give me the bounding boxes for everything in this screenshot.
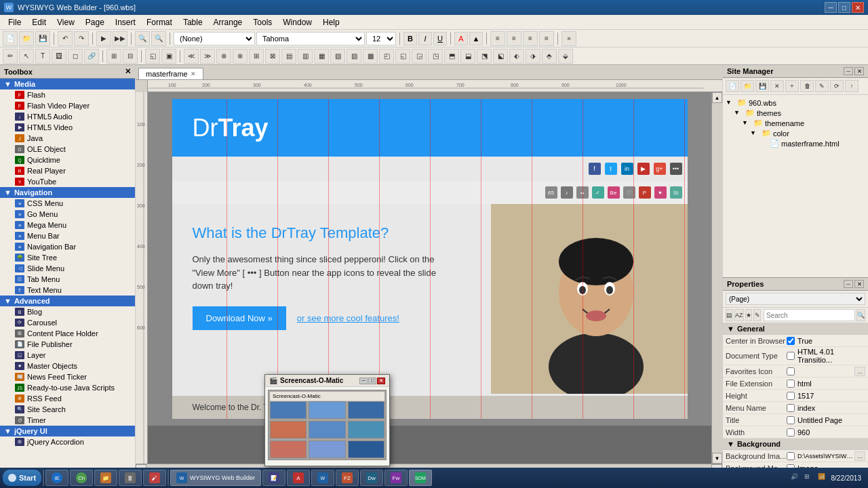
tb2-btn18[interactable]: ⬓ (460, 49, 475, 64)
taskbar-dw[interactable]: Dw (360, 470, 383, 486)
tree-item-root[interactable]: ▼ 📁 960.wbs (723, 98, 868, 108)
tb2-btn21[interactable]: ⬖ (509, 49, 524, 64)
tb2-btn19[interactable]: ⬔ (477, 49, 492, 64)
tb2-btn22[interactable]: ⬗ (526, 49, 540, 64)
tb2-btn3[interactable]: ⊕ (216, 49, 231, 64)
toolbox-item-youtube[interactable]: Y YouTube (0, 176, 135, 187)
align-center-btn[interactable]: ≡ (507, 31, 521, 46)
text-btn[interactable]: T (35, 49, 50, 64)
taskbar-notepad[interactable]: 📝 (262, 470, 285, 486)
zoom-in-btn[interactable]: 🔍 (135, 31, 150, 46)
tb2-btn15[interactable]: ◲ (412, 49, 427, 64)
layer-btn[interactable]: ◱ (145, 49, 160, 64)
link-btn[interactable]: 🔗 (84, 49, 99, 64)
taskbar-wysiwyg[interactable]: W WYSIWYG Web Builder (170, 470, 261, 486)
toolbox-item-file-publisher[interactable]: 📄 File Publisher (0, 339, 135, 350)
toolbox-item-ole[interactable]: O OLE Object (0, 144, 135, 155)
font-size-dropdown[interactable]: 12 (366, 32, 396, 45)
props-tb-btn3[interactable]: ★ (745, 309, 753, 321)
toolbox-item-go-menu[interactable]: ≡ Go Menu (0, 209, 135, 220)
zoom-out-btn[interactable]: 🔍 (151, 31, 166, 46)
download-btn[interactable]: Download Now » (193, 306, 286, 330)
toolbox-item-master-objects[interactable]: ★ Master Objects (0, 361, 135, 371)
sm-btn-new[interactable]: 📄 (726, 80, 739, 92)
screencast-close[interactable]: ✕ (377, 378, 385, 384)
tb2-btn5[interactable]: ⊞ (249, 49, 264, 64)
align-right-btn[interactable]: ≡ (523, 31, 538, 46)
toolbox-item-html5-audio[interactable]: ♪ HTML5 Audio (0, 111, 135, 122)
twitter-icon[interactable]: t (605, 163, 617, 175)
font-dropdown[interactable]: Tahoma (256, 32, 365, 45)
highlight-btn[interactable]: ▲ (469, 32, 483, 45)
tab-close-btn[interactable]: ✕ (191, 70, 196, 77)
canvas-tab-masterframe[interactable]: masterframe ✕ (138, 68, 203, 79)
tb2-btn16[interactable]: ◳ (428, 49, 443, 64)
tb2-btn7[interactable]: ▤ (281, 49, 296, 64)
toolbox-item-realplayer[interactable]: R Real Player (0, 165, 135, 176)
menu-edit[interactable]: Edit (26, 16, 52, 28)
shape-btn[interactable]: ◻ (68, 49, 83, 64)
toolbox-item-jquery-accordion[interactable]: ⊞ jQuery Accordion (0, 436, 135, 447)
site-manager-close[interactable]: ✕ (854, 67, 864, 75)
form-btn[interactable]: ⊟ (123, 49, 138, 64)
window-controls[interactable]: ─ □ ✕ (825, 2, 864, 13)
minimize-button[interactable]: ─ (825, 2, 837, 13)
more-features-link[interactable]: or see more cool features! (297, 313, 399, 323)
tb2-btn10[interactable]: ▧ (330, 49, 345, 64)
props-minimize[interactable]: ─ (844, 280, 853, 288)
props-section-dropdown[interactable]: (Page) (726, 293, 865, 305)
taskbar-wysiwyg2[interactable]: W (311, 470, 334, 486)
width-checkbox[interactable] (787, 428, 795, 436)
props-tb-btn4[interactable]: ✎ (753, 309, 761, 321)
draw-btn[interactable]: ✏ (3, 49, 18, 64)
tb2-btn13[interactable]: ◰ (379, 49, 394, 64)
tb2-btn12[interactable]: ▩ (363, 49, 378, 64)
tb2-btn4[interactable]: ⊗ (233, 49, 248, 64)
menu-window[interactable]: Window (277, 16, 317, 28)
props-general-header[interactable]: ▼ General (723, 323, 868, 335)
sm-btn-add[interactable]: + (785, 80, 799, 92)
sm-btn-delete[interactable]: 🗑 (800, 80, 814, 92)
sm-btn-open[interactable]: 📁 (741, 80, 754, 92)
menu-view[interactable]: View (52, 16, 80, 28)
taskbar-chrome[interactable]: Ch (70, 470, 93, 486)
tb2-btn14[interactable]: ◱ (395, 49, 410, 64)
scroll-down-btn[interactable]: ▼ (712, 453, 722, 464)
align-left-btn[interactable]: ≡ (490, 31, 505, 46)
sm-btn-up[interactable]: ↑ (845, 80, 859, 92)
bg-image-browse-btn[interactable]: ... (854, 451, 865, 461)
tree-item-color[interactable]: ▼ 📁 color (723, 128, 868, 138)
sm-btn-save[interactable]: 💾 (755, 80, 769, 92)
social-icon-3[interactable]: •• (576, 186, 589, 199)
favicon-browse-btn[interactable]: ... (854, 367, 865, 376)
center-browser-checkbox[interactable] (787, 337, 795, 345)
toolbox-item-menu-bar[interactable]: ≡ Menu Bar (0, 230, 135, 241)
social-icon-9[interactable]: St (670, 186, 682, 199)
toolbox-item-content-placeholder[interactable]: ⊞ Content Place Holder (0, 328, 135, 339)
toolbox-item-java[interactable]: J Java (0, 133, 135, 144)
tree-item-themename[interactable]: ▼ 📁 themename (723, 118, 868, 128)
toolbox-item-tab-menu[interactable]: ⊡ Tab Menu (0, 274, 135, 285)
tb2-btn24[interactable]: ⬙ (558, 49, 573, 64)
toolbox-item-layer[interactable]: ◱ Layer (0, 350, 135, 361)
toolbox-item-site-search[interactable]: 🔍 Site Search (0, 404, 135, 415)
table-btn[interactable]: ⊞ (106, 49, 121, 64)
tb2-btn17[interactable]: ⬒ (444, 49, 459, 64)
new-btn[interactable]: 📄 (3, 31, 18, 46)
frame-btn[interactable]: ▣ (161, 49, 176, 64)
style-dropdown[interactable]: (None) (174, 32, 255, 45)
menu-page[interactable]: Page (80, 16, 110, 28)
undo-btn[interactable]: ↶ (58, 31, 73, 46)
social-icon-7[interactable]: P (639, 186, 651, 199)
preview-btn[interactable]: ▶ (96, 31, 111, 46)
preview2-btn[interactable]: ▶▶ (113, 31, 127, 46)
menu-name-checkbox[interactable] (787, 404, 795, 412)
tb2-btn2[interactable]: ≫ (200, 49, 215, 64)
toolbox-section-media[interactable]: ▼ Media (0, 79, 135, 89)
props-tb-btn2[interactable]: AZ (734, 309, 744, 321)
toolbox-section-navigation[interactable]: ▼ Navigation (0, 187, 135, 198)
tree-item-themes[interactable]: ▼ 📁 themes (723, 108, 868, 118)
font-color-btn[interactable]: A (454, 32, 468, 45)
taskbar-paint[interactable]: 🖌 (143, 470, 166, 486)
social-icon-5[interactable]: Be (608, 186, 620, 199)
